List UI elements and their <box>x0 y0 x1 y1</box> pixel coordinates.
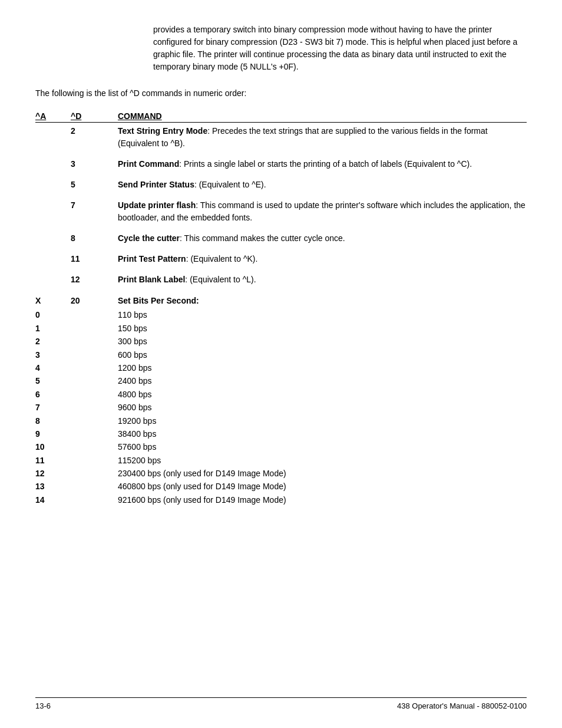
cmd-bold: Text String Entry Mode <box>118 126 207 136</box>
bps-section: X 20 Set Bits Per Second: 0 110 bps 1 15… <box>35 294 527 506</box>
bps-row: 14 921600 bps (only used for D149 Image … <box>35 493 527 506</box>
commands-table: ^A ^D COMMAND 2 Text String Entry Mode: … <box>35 111 527 506</box>
bps-row: 7 9600 bps <box>35 401 527 414</box>
bps-val-d <box>71 308 118 321</box>
cmd-bold: Update printer flash <box>118 200 196 210</box>
row-col-cmd: Print Test Pattern: (Equivalent to ^K). <box>118 253 527 265</box>
bps-val-cmd: 1200 bps <box>118 361 527 374</box>
row-col-a <box>35 274 71 286</box>
intro-content: provides a temporary switch into binary … <box>153 25 517 71</box>
cmd-rest: : (Equivalent to ^L). <box>185 275 256 284</box>
bps-row: 11 115200 bps <box>35 454 527 467</box>
bps-val-cmd: 110 bps <box>118 308 527 321</box>
bps-val-a: 0 <box>35 308 71 321</box>
row-col-d: 2 <box>71 125 118 150</box>
table-row: 5 Send Printer Status: (Equivalent to ^E… <box>35 179 527 191</box>
bps-val-a: 7 <box>35 401 71 414</box>
bps-val-a: 9 <box>35 427 71 440</box>
bps-val-d <box>71 322 118 335</box>
cmd-rest: : (Equivalent to ^E). <box>194 180 266 189</box>
bps-row: 9 38400 bps <box>35 427 527 440</box>
bps-val-a: 13 <box>35 480 71 493</box>
row-col-d: 11 <box>71 253 118 265</box>
bps-val-a: 8 <box>35 414 71 427</box>
bps-col-d-header: 20 <box>71 294 118 307</box>
bps-row: 8 19200 bps <box>35 414 527 427</box>
bps-val-a: 10 <box>35 440 71 453</box>
bps-val-cmd: 9600 bps <box>118 401 527 414</box>
bps-val-a: 1 <box>35 322 71 335</box>
row-col-cmd: Update printer flash: This command is us… <box>118 199 527 224</box>
bps-val-a: 2 <box>35 335 71 348</box>
bps-row: 6 4800 bps <box>35 388 527 401</box>
table-row: 11 Print Test Pattern: (Equivalent to ^K… <box>35 253 527 265</box>
table-row: 12 Print Blank Label: (Equivalent to ^L)… <box>35 274 527 286</box>
bps-val-d <box>71 348 118 361</box>
bps-val-d <box>71 388 118 401</box>
footer-left: 13-6 <box>35 701 51 710</box>
bps-val-d <box>71 374 118 387</box>
bps-val-a: 4 <box>35 361 71 374</box>
bps-val-cmd: 600 bps <box>118 348 527 361</box>
bps-val-cmd: 57600 bps <box>118 440 527 453</box>
bps-val-a: 12 <box>35 467 71 480</box>
bps-header-row: X 20 Set Bits Per Second: <box>35 294 527 307</box>
bps-val-d <box>71 401 118 414</box>
bps-val-cmd: 300 bps <box>118 335 527 348</box>
table-row: 2 Text String Entry Mode: Precedes the t… <box>35 125 527 150</box>
row-col-cmd: Send Printer Status: (Equivalent to ^E). <box>118 179 527 191</box>
bps-val-d <box>71 427 118 440</box>
bps-val-d <box>71 480 118 493</box>
bps-val-cmd: 4800 bps <box>118 388 527 401</box>
bps-val-d <box>71 454 118 467</box>
cmd-bold: Print Command <box>118 159 179 169</box>
row-col-d: 12 <box>71 274 118 286</box>
bps-row: 2 300 bps <box>35 335 527 348</box>
bps-row: 0 110 bps <box>35 308 527 321</box>
bps-col-a-header: X <box>35 294 71 307</box>
bps-row: 3 600 bps <box>35 348 527 361</box>
cmd-rest: : (Equivalent to ^K). <box>186 254 258 263</box>
bps-val-d <box>71 467 118 480</box>
row-col-cmd: Cycle the cutter: This command makes the… <box>118 232 527 245</box>
bps-val-d <box>71 440 118 453</box>
page: provides a temporary switch into binary … <box>0 0 562 728</box>
header-col-cmd: COMMAND <box>118 111 527 121</box>
row-col-cmd: Print Command: Prints a single label or … <box>118 158 527 170</box>
bps-val-cmd: 460800 bps (only used for D149 Image Mod… <box>118 480 527 493</box>
bps-row: 13 460800 bps (only used for D149 Image … <box>35 480 527 493</box>
header-col-a: ^A <box>35 111 71 121</box>
row-col-a <box>35 232 71 245</box>
bps-val-cmd: 38400 bps <box>118 427 527 440</box>
following-line: The following is the list of ^D commands… <box>35 87 527 100</box>
row-col-cmd: Text String Entry Mode: Precedes the tex… <box>118 125 527 150</box>
row-col-d: 3 <box>71 158 118 170</box>
table-header: ^A ^D COMMAND <box>35 111 527 123</box>
header-col-d: ^D <box>71 111 118 121</box>
cmd-bold: Cycle the cutter <box>118 233 180 243</box>
bps-val-cmd: 115200 bps <box>118 454 527 467</box>
row-col-a <box>35 158 71 170</box>
row-col-d: 7 <box>71 199 118 224</box>
row-col-cmd: Print Blank Label: (Equivalent to ^L). <box>118 274 527 286</box>
bps-val-a: 14 <box>35 493 71 506</box>
bps-val-d <box>71 361 118 374</box>
page-footer: 13-6 438 Operator's Manual - 880052-0100 <box>35 697 527 710</box>
bps-val-a: 6 <box>35 388 71 401</box>
row-col-d: 8 <box>71 232 118 245</box>
bps-row: 4 1200 bps <box>35 361 527 374</box>
cmd-rest: : This command makes the cutter cycle on… <box>180 233 345 243</box>
table-row: 3 Print Command: Prints a single label o… <box>35 158 527 170</box>
bps-val-a: 11 <box>35 454 71 467</box>
row-col-a <box>35 179 71 191</box>
row-col-a <box>35 199 71 224</box>
footer-right: 438 Operator's Manual - 880052-0100 <box>397 701 527 710</box>
intro-text: provides a temporary switch into binary … <box>153 24 527 73</box>
row-col-a <box>35 253 71 265</box>
bps-val-cmd: 230400 bps (only used for D149 Image Mod… <box>118 467 527 480</box>
bps-val-d <box>71 335 118 348</box>
bps-row: 10 57600 bps <box>35 440 527 453</box>
row-col-a <box>35 125 71 150</box>
bps-val-cmd: 2400 bps <box>118 374 527 387</box>
table-row: 7 Update printer flash: This command is … <box>35 199 527 224</box>
